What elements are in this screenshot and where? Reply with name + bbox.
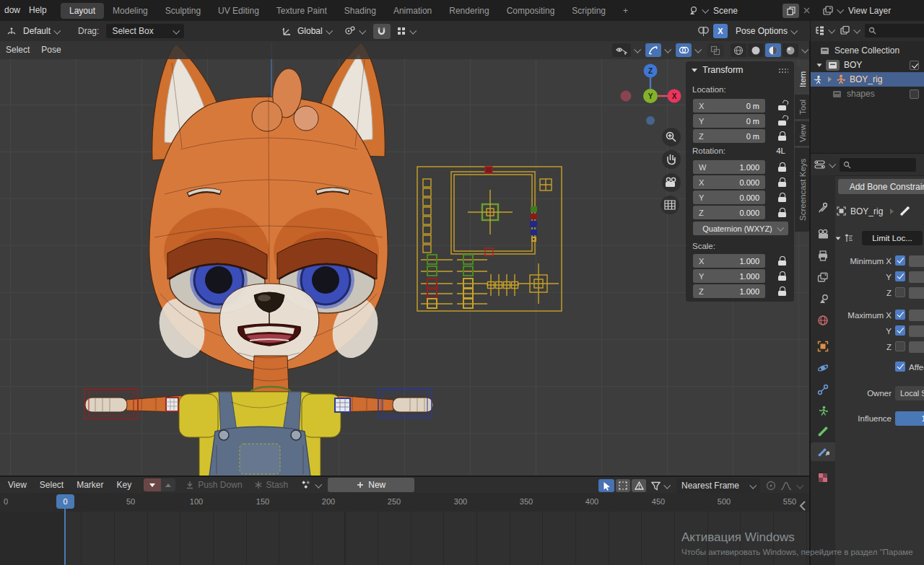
tool-preset-dropdown[interactable]: Default — [23, 26, 51, 36]
xray-toggle[interactable] — [707, 43, 723, 57]
outliner-row-shapes[interactable]: shapes — [811, 87, 924, 101]
lock-icon[interactable] — [778, 162, 787, 172]
stash-button[interactable]: Stash — [254, 480, 289, 490]
tab-scripting[interactable]: Scripting — [563, 3, 614, 19]
expand-icon[interactable] — [828, 76, 832, 82]
browse-action-button[interactable] — [144, 478, 161, 491]
affect-transform-checkbox[interactable] — [895, 362, 905, 372]
overlays-chevron[interactable] — [693, 43, 702, 57]
outliner-filter-icon[interactable] — [840, 25, 850, 36]
menu-window[interactable]: dow — [0, 0, 25, 21]
panel-collapse-icon[interactable] — [692, 69, 697, 72]
rotation-x-field[interactable]: X0.000 — [693, 175, 765, 189]
location-z-field[interactable]: Z0 m — [693, 129, 765, 143]
shading-wireframe-button[interactable] — [731, 43, 746, 57]
view-layer-name[interactable]: View Layer — [848, 6, 891, 16]
current-frame-badge[interactable]: 0 — [56, 494, 74, 509]
outliner-display-mode-icon[interactable] — [814, 25, 825, 36]
lock-icon[interactable] — [778, 286, 787, 296]
breadcrumb-object-name[interactable]: BOY_rig — [850, 206, 883, 216]
timeline-key-menu[interactable]: Key — [110, 477, 139, 493]
add-bone-constraint-button[interactable]: Add Bone Constraint — [838, 179, 924, 194]
tab-texture-paint[interactable]: Texture Paint — [268, 3, 336, 19]
viewport-pose-menu[interactable]: Pose — [35, 41, 66, 59]
tab-rendering[interactable]: Rendering — [440, 3, 497, 19]
minimum-x-value[interactable] — [909, 255, 924, 267]
minimum-y-checkbox[interactable] — [895, 271, 905, 281]
lock-icon[interactable] — [778, 131, 787, 141]
menu-help[interactable]: Help — [25, 0, 51, 21]
drag-mode-dropdown[interactable]: Select Box — [106, 24, 184, 38]
lock-icon[interactable] — [778, 177, 787, 187]
location-y-field[interactable]: Y0 m — [693, 114, 765, 128]
properties-search-input[interactable] — [840, 158, 916, 172]
pose-options-dropdown[interactable]: Pose Options — [736, 26, 788, 36]
tab-render-icon[interactable] — [811, 224, 835, 243]
rotation-y-field[interactable]: Y0.000 — [693, 190, 765, 204]
timeline-select-menu[interactable]: Select — [33, 477, 70, 493]
tab-tool-icon[interactable] — [811, 198, 835, 217]
mirror-x-toggle[interactable]: X — [713, 24, 728, 38]
zoom-view-button[interactable] — [662, 128, 681, 146]
editor-type-icon[interactable] — [814, 159, 826, 170]
shading-chevron[interactable] — [800, 43, 808, 57]
timeline-view-menu[interactable]: View — [1, 477, 33, 493]
object-visibility-dropdown[interactable] — [612, 43, 631, 57]
lock-open-icon[interactable] — [778, 115, 787, 126]
scene-name[interactable]: Scene — [713, 6, 738, 16]
rotation-lock-badge[interactable]: 4L — [776, 146, 785, 155]
rig-picker-panel[interactable] — [417, 167, 562, 311]
rotation-z-field[interactable]: Z0.000 — [693, 206, 765, 219]
shading-material-preview-button[interactable] — [765, 43, 781, 57]
playhead-line[interactable] — [64, 509, 66, 565]
maximum-x-value[interactable] — [909, 310, 924, 321]
scale-z-field[interactable]: Z1.000 — [693, 284, 765, 298]
tab-physics-icon[interactable] — [811, 359, 835, 377]
breadcrumb-bone-icon[interactable] — [899, 206, 910, 216]
minimum-z-value[interactable] — [909, 287, 924, 299]
rotation-mode-dropdown[interactable]: Quaternion (WXYZ) — [693, 222, 788, 235]
new-action-button[interactable]: New — [328, 478, 414, 492]
minimum-y-value[interactable] — [909, 271, 924, 283]
outliner-row-boy[interactable]: BOY — [811, 58, 924, 72]
minimum-z-checkbox[interactable] — [895, 287, 905, 297]
snap-toggle-magnet-icon[interactable] — [373, 24, 391, 39]
sidebar-tab-tool[interactable]: Tool — [795, 95, 810, 119]
shading-solid-button[interactable] — [748, 43, 764, 57]
pan-view-button[interactable] — [662, 150, 681, 169]
proportional-editing-icon[interactable] — [766, 481, 776, 491]
owner-space-dropdown[interactable]: Local S — [895, 386, 924, 400]
visibility-chevron[interactable] — [632, 43, 641, 57]
push-down-button[interactable]: Push Down — [186, 480, 242, 490]
location-x-field[interactable]: X0 m — [693, 99, 765, 113]
only-selected-channels-toggle[interactable] — [598, 479, 614, 492]
tab-shading[interactable]: Shading — [336, 3, 385, 19]
minimum-x-checkbox[interactable] — [895, 255, 905, 266]
panel-drag-dots[interactable] — [778, 68, 788, 73]
orientation-icon[interactable] — [282, 26, 292, 37]
copy-scene-button[interactable] — [783, 4, 799, 18]
show-errors-toggle[interactable] — [632, 479, 646, 492]
tab-texture-icon[interactable] — [811, 468, 835, 487]
scale-x-field[interactable]: X1.000 — [693, 254, 765, 268]
filter-dropdown[interactable] — [651, 481, 669, 491]
collection-checkbox[interactable] — [910, 61, 919, 70]
camera-view-button[interactable] — [662, 173, 681, 192]
lock-icon[interactable] — [778, 192, 787, 202]
show-hidden-channels-toggle[interactable] — [616, 479, 630, 492]
lock-open-icon[interactable] — [778, 100, 787, 110]
tab-modeling[interactable]: Modeling — [104, 3, 157, 19]
sidebar-tab-item[interactable]: Item — [795, 66, 810, 92]
left-elbow-bone-box[interactable] — [166, 398, 178, 411]
timeline-ruler[interactable]: 0 50 100 150 200 250 300 350 400 450 500… — [0, 493, 810, 512]
expand-icon[interactable] — [816, 63, 821, 67]
sidebar-tab-view[interactable]: View — [795, 121, 810, 146]
collapse-region-arrow-icon[interactable] — [798, 500, 807, 512]
unlink-action-button[interactable] — [161, 478, 175, 491]
scene-icon[interactable] — [687, 5, 699, 17]
panel-title[interactable]: Transform — [702, 65, 744, 75]
tab-bone-constraints-icon[interactable] — [811, 442, 835, 461]
scale-y-field[interactable]: Y1.000 — [693, 269, 765, 283]
add-workspace-button[interactable]: + — [614, 3, 637, 19]
maximum-x-checkbox[interactable] — [895, 310, 905, 320]
